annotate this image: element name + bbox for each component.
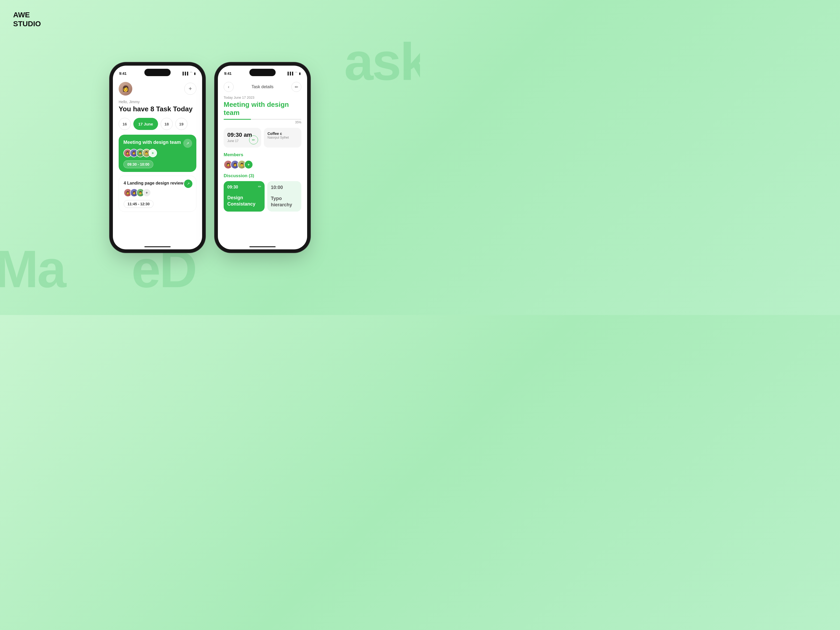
progress-bar <box>224 119 302 120</box>
detail-members-add[interactable]: + <box>244 160 253 169</box>
signal-icon-2: ▐▐▐ <box>286 72 293 75</box>
user-avatar[interactable]: 👩 <box>118 82 132 96</box>
task-members-2: 👩 👩 👨 + <box>124 188 191 197</box>
task-time-2: 11:45 - 12:30 <box>124 200 153 208</box>
location-detail-card: Coffee c Naiorpul Sylhet <box>264 128 302 147</box>
progress-fill <box>224 119 251 120</box>
edit-button[interactable]: ✏ <box>291 82 302 92</box>
plus-icon: + <box>189 85 192 92</box>
discussion-cards-row: 09:30 ✏ Design Consistancy 10:00 Typo hi… <box>224 181 302 212</box>
status-icons-2: ▐▐▐ ⌒ ▮ <box>286 71 301 76</box>
task-arrow-2: ↗ <box>184 180 193 188</box>
task-detail-title: Meeting with design team <box>224 101 302 117</box>
status-time-2: 9:41 <box>224 71 232 76</box>
greeting-small: Hello, Jimmy <box>118 100 196 104</box>
disc-time-2: 10:00 <box>271 185 298 190</box>
discussion-card-typo[interactable]: 10:00 Typo hierarchy <box>267 181 302 212</box>
disc-edit-icon: ✏ <box>258 184 261 189</box>
nav-title: Task details <box>251 85 273 89</box>
task-date-label: Today June 17 2023 <box>224 96 302 99</box>
members-row: 👩 👩 👨 + <box>224 160 302 169</box>
date-17-june[interactable]: 17 June <box>133 118 158 130</box>
background-text-task: ask <box>344 32 420 92</box>
dynamic-island-2 <box>249 69 276 76</box>
task-card-meeting[interactable]: ↗ Meeting with design team 👩 👩 👨 👨 + 09:… <box>118 135 196 172</box>
phones-container: 9:41 ▐▐▐ ⌒ ▮ 👩 + Hello, Jimmy You have 8… <box>113 66 307 249</box>
date-16[interactable]: 16 <box>118 118 131 130</box>
greeting-large: You have 8 Task Today <box>118 105 196 113</box>
edit-icon: ✏ <box>295 85 298 90</box>
detail-edit-button[interactable]: ✏ <box>249 136 258 144</box>
task-title-1: Meeting with design team <box>123 139 192 145</box>
wifi-icon-2: ⌒ <box>295 71 298 76</box>
brand-line2: STUDIO <box>13 20 41 28</box>
phone2-nav: ‹ Task details ✏ <box>224 82 302 92</box>
status-icons-1: ▐▐▐ ⌒ ▮ <box>182 71 196 76</box>
date-19[interactable]: 19 <box>175 118 188 130</box>
task-members-1: 👩 👩 👨 👨 + <box>123 149 192 157</box>
back-icon: ‹ <box>228 85 229 89</box>
back-button[interactable]: ‹ <box>224 82 234 92</box>
date-selector: 16 17 June 18 19 <box>118 118 196 130</box>
phone-2: 9:41 ▐▐▐ ⌒ ▮ ‹ Task details ✏ Today June… <box>218 66 307 249</box>
discussion-section-label: Discussion (3) <box>224 173 302 178</box>
battery-icon: ▮ <box>194 72 196 75</box>
task-arrow-1: ↗ <box>183 139 192 148</box>
disc-title-1: Design Consistancy <box>227 195 261 207</box>
time-detail-card: 09:30 am June 17 ✏ <box>224 128 261 147</box>
member-add-button[interactable]: + <box>148 149 157 157</box>
dynamic-island-1 <box>144 69 171 76</box>
members-section-label: Members <box>224 152 302 158</box>
member2-add-button[interactable]: + <box>142 188 151 197</box>
progress-label: 35% <box>224 120 302 124</box>
phone1-header: 👩 + <box>118 82 196 96</box>
phone2-content: ‹ Task details ✏ Today June 17 2023 Meet… <box>218 79 307 244</box>
disc-title-2: Typo hierarchy <box>271 196 298 208</box>
status-time-1: 9:41 <box>119 71 126 76</box>
battery-icon-2: ▮ <box>299 72 301 75</box>
home-indicator-1 <box>144 246 171 247</box>
brand-line1: AWE <box>13 11 30 19</box>
disc-time-1: 09:30 <box>227 185 261 189</box>
task-card-landing[interactable]: ↗ 4 Landing page design review 👩 👩 👨 + 1… <box>118 175 196 212</box>
wifi-icon: ⌒ <box>189 71 193 76</box>
location-title: Coffee c <box>267 131 298 136</box>
task-time-1: 09:30 - 10:00 <box>123 160 153 168</box>
home-indicator-2 <box>249 246 276 247</box>
phone-1: 9:41 ▐▐▐ ⌒ ▮ 👩 + Hello, Jimmy You have 8… <box>113 66 202 249</box>
brand-logo: AWE STUDIO <box>13 11 41 28</box>
detail-cards-row: 09:30 am June 17 ✏ Coffee c Naiorpul Syl… <box>224 128 302 147</box>
task-title-2: 4 Landing page design review <box>124 181 191 186</box>
discussion-card-design[interactable]: 09:30 ✏ Design Consistancy <box>224 181 265 212</box>
add-task-button[interactable]: + <box>184 83 196 95</box>
signal-icon: ▐▐▐ <box>182 72 188 75</box>
phone1-content: 👩 + Hello, Jimmy You have 8 Task Today 1… <box>113 79 202 244</box>
date-18[interactable]: 18 <box>161 118 173 130</box>
location-subtitle: Naiorpul Sylhet <box>267 136 298 139</box>
